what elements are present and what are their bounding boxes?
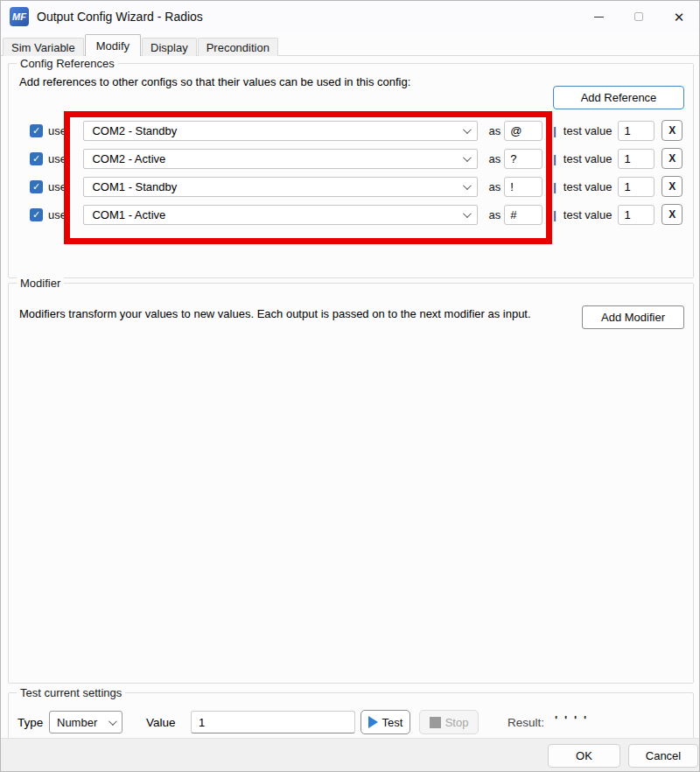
- as-label: as: [488, 152, 500, 165]
- app-logo-icon: MF: [10, 7, 29, 26]
- as-label: as: [488, 180, 500, 193]
- config-select[interactable]: COM1 - Active: [83, 205, 478, 225]
- separator: |: [553, 208, 556, 221]
- add-modifier-button[interactable]: Add Modifier: [582, 305, 684, 329]
- test-value-input[interactable]: [618, 205, 654, 225]
- group-label: Test current settings: [17, 686, 125, 699]
- config-select[interactable]: COM2 - Standby: [83, 121, 478, 141]
- alias-input[interactable]: [504, 149, 542, 169]
- as-label: as: [488, 208, 500, 221]
- chevron-down-icon: [463, 181, 472, 190]
- value-label: Value: [146, 716, 176, 729]
- window-controls: ✕: [578, 1, 699, 32]
- play-icon: [368, 716, 378, 728]
- tab-sim-variable[interactable]: Sim Variable: [3, 38, 84, 56]
- config-select-value: COM1 - Standby: [92, 180, 177, 193]
- test-value-label: test value: [564, 152, 612, 165]
- test-value-input[interactable]: [618, 149, 654, 169]
- cancel-button[interactable]: Cancel: [628, 744, 698, 768]
- group-label: Config References: [17, 57, 118, 70]
- use-label: use: [48, 124, 70, 137]
- alias-input[interactable]: [504, 205, 542, 225]
- type-select-value: Number: [57, 716, 97, 729]
- chevron-down-icon: [463, 125, 472, 134]
- stop-button-label: Stop: [445, 716, 469, 729]
- use-checkbox[interactable]: ✓: [30, 208, 43, 221]
- output-config-wizard-dialog: MF Output Config Wizard - Radios ✕ Sim V…: [0, 0, 700, 772]
- minimize-icon: [594, 17, 604, 18]
- dialog-footer: OK Cancel: [1, 738, 699, 771]
- stop-icon: [430, 717, 441, 728]
- modifier-description: Modifiers transform your values to new v…: [19, 307, 531, 320]
- close-button[interactable]: ✕: [659, 1, 699, 32]
- stop-button[interactable]: Stop: [419, 710, 479, 734]
- close-icon: ✕: [674, 11, 685, 24]
- config-select-value: COM2 - Standby: [92, 124, 177, 137]
- group-label: Modifier: [17, 277, 64, 290]
- value-input[interactable]: [191, 711, 355, 733]
- minimize-button[interactable]: [578, 1, 619, 32]
- delete-reference-button[interactable]: X: [662, 176, 682, 197]
- test-value-input[interactable]: [618, 177, 654, 197]
- config-reference-row: ✓ use COM1 - Active as | test value X: [30, 204, 682, 225]
- delete-reference-button[interactable]: X: [662, 120, 682, 141]
- use-checkbox[interactable]: ✓: [30, 180, 43, 193]
- test-value-input[interactable]: [618, 121, 654, 141]
- result-label: Result:: [508, 716, 544, 729]
- config-select-value: COM2 - Active: [92, 152, 165, 165]
- maximize-button[interactable]: [619, 1, 659, 32]
- tab-display[interactable]: Display: [142, 38, 197, 56]
- as-label: as: [488, 124, 500, 137]
- chevron-down-icon: [108, 717, 117, 726]
- test-value-label: test value: [564, 124, 612, 137]
- chevron-down-icon: [463, 153, 472, 162]
- use-label: use: [48, 180, 70, 193]
- type-select[interactable]: Number: [49, 711, 122, 733]
- tab-strip: Sim Variable Modify Display Precondition: [3, 34, 279, 56]
- delete-reference-button[interactable]: X: [662, 204, 682, 225]
- config-references-group: Config References Add references to othe…: [8, 63, 694, 278]
- alias-input[interactable]: [504, 177, 542, 197]
- separator: |: [553, 124, 556, 137]
- tab-modify[interactable]: Modify: [85, 34, 141, 56]
- type-label: Type: [18, 716, 43, 729]
- config-select[interactable]: COM2 - Active: [83, 149, 478, 169]
- config-reference-row: ✓ use COM1 - Standby as | test value X: [30, 176, 682, 197]
- tab-precondition[interactable]: Precondition: [198, 38, 278, 56]
- chevron-down-icon: [463, 209, 472, 218]
- result-value: ' ' ' ': [555, 713, 588, 726]
- test-settings-group: Test current settings Type Number Value …: [8, 692, 694, 740]
- test-button-label: Test: [382, 716, 403, 729]
- use-label: use: [48, 208, 70, 221]
- config-reference-row: ✓ use COM2 - Standby as | test value X: [30, 120, 682, 141]
- modifier-group: Modifier Modifiers transform your values…: [8, 283, 694, 684]
- alias-input[interactable]: [504, 121, 542, 141]
- config-select-value: COM1 - Active: [92, 208, 165, 221]
- test-value-label: test value: [564, 208, 612, 221]
- test-value-label: test value: [564, 180, 612, 193]
- use-checkbox[interactable]: ✓: [30, 124, 43, 137]
- config-select[interactable]: COM1 - Standby: [83, 177, 478, 197]
- test-button[interactable]: Test: [360, 710, 410, 734]
- use-checkbox[interactable]: ✓: [30, 152, 43, 165]
- ok-button[interactable]: OK: [548, 744, 620, 768]
- use-label: use: [48, 152, 70, 165]
- window-title: Output Config Wizard - Radios: [37, 10, 203, 24]
- separator: |: [553, 180, 556, 193]
- titlebar: MF Output Config Wizard - Radios ✕: [1, 1, 699, 32]
- separator: |: [553, 152, 556, 165]
- config-reference-row: ✓ use COM2 - Active as | test value X: [30, 148, 682, 169]
- delete-reference-button[interactable]: X: [662, 148, 682, 169]
- maximize-icon: [634, 12, 643, 21]
- config-references-description: Add references to other configs so that …: [19, 75, 410, 88]
- add-reference-button[interactable]: Add Reference: [553, 86, 684, 109]
